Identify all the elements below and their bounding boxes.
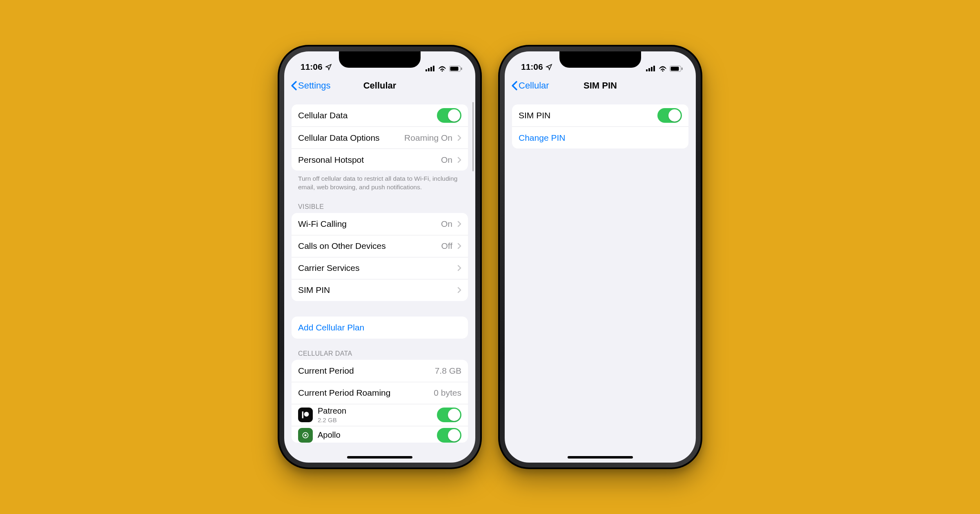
screen: 11:06 Cellular SIM PIN SIM PIN	[505, 51, 696, 463]
svg-rect-1	[428, 68, 430, 71]
row-calls-other-devices[interactable]: Calls on Other Devices Off	[292, 235, 468, 257]
svg-rect-7	[302, 412, 303, 419]
row-current-period: Current Period 7.8 GB	[292, 360, 468, 382]
back-button[interactable]: Cellular	[511, 80, 549, 91]
row-wifi-calling[interactable]: Wi-Fi Calling On	[292, 213, 468, 235]
row-label: Personal Hotspot	[298, 155, 436, 165]
svg-rect-11	[646, 69, 648, 71]
toggle-cellular-data[interactable]	[437, 108, 461, 123]
svg-point-8	[304, 412, 309, 417]
row-app-patreon[interactable]: Patreon 2.2 GB	[292, 404, 468, 426]
chevron-left-icon	[291, 81, 297, 91]
row-detail: On	[441, 155, 452, 165]
svg-point-10	[305, 434, 307, 436]
row-label: Current Period	[298, 366, 430, 376]
wifi-icon	[658, 65, 667, 72]
status-time: 11:06	[521, 62, 543, 72]
home-indicator[interactable]	[347, 456, 412, 459]
notch	[559, 51, 641, 68]
svg-rect-5	[450, 66, 459, 71]
row-cellular-data[interactable]: Cellular Data	[292, 104, 468, 126]
row-label: Wi-Fi Calling	[298, 219, 436, 229]
row-label: Calls on Other Devices	[298, 241, 436, 251]
status-time: 11:06	[301, 62, 323, 72]
toggle-app-apollo[interactable]	[437, 428, 461, 443]
row-carrier-services[interactable]: Carrier Services	[292, 257, 468, 279]
row-sim-pin-toggle[interactable]: SIM PIN	[512, 104, 688, 126]
wifi-icon	[438, 65, 447, 72]
row-sim-pin[interactable]: SIM PIN	[292, 279, 468, 301]
row-label: Add Cellular Plan	[298, 323, 461, 332]
back-label: Settings	[298, 80, 331, 91]
row-label: Carrier Services	[298, 263, 452, 273]
chevron-left-icon	[511, 81, 518, 91]
row-personal-hotspot[interactable]: Personal Hotspot On	[292, 148, 468, 171]
group-visible: Wi-Fi Calling On Calls on Other Devices …	[292, 213, 468, 301]
row-label: Current Period Roaming	[298, 388, 429, 398]
row-add-cellular-plan[interactable]: Add Cellular Plan	[292, 317, 468, 339]
group-add-plan: Add Cellular Plan	[292, 317, 468, 339]
row-sublabel: 2.2 GB	[318, 417, 432, 423]
row-label: Apollo	[318, 430, 432, 440]
row-detail: On	[441, 219, 452, 229]
svg-rect-13	[651, 67, 653, 71]
chevron-right-icon	[457, 243, 461, 249]
toggle-sim-pin[interactable]	[657, 108, 682, 123]
content: SIM PIN Change PIN	[505, 97, 696, 463]
svg-rect-14	[653, 66, 655, 71]
notch	[339, 51, 421, 68]
scrollbar[interactable]	[472, 102, 474, 171]
row-label: Cellular Data	[298, 111, 432, 120]
location-icon	[325, 64, 332, 71]
svg-rect-12	[648, 68, 650, 71]
svg-rect-2	[430, 67, 432, 71]
group-data-usage: Current Period 7.8 GB Current Period Roa…	[292, 360, 468, 443]
back-label: Cellular	[519, 80, 549, 91]
nav-bar: Cellular SIM PIN	[505, 74, 696, 97]
row-label: SIM PIN	[519, 111, 653, 120]
row-label: Patreon	[318, 406, 432, 416]
row-label: Cellular Data Options	[298, 133, 399, 143]
svg-rect-6	[461, 67, 462, 70]
row-change-pin[interactable]: Change PIN	[512, 126, 688, 148]
section-header-cellular-data: CELLULAR DATA	[292, 339, 468, 360]
phone-right: 11:06 Cellular SIM PIN SIM PIN	[498, 45, 702, 469]
row-detail: 0 bytes	[434, 388, 461, 398]
group-cellular-main: Cellular Data Cellular Data Options Roam…	[292, 104, 468, 171]
row-current-period-roaming: Current Period Roaming 0 bytes	[292, 382, 468, 404]
battery-icon	[670, 66, 683, 72]
nav-bar: Settings Cellular	[284, 74, 475, 97]
toggle-app-patreon[interactable]	[437, 408, 461, 422]
svg-rect-0	[425, 69, 427, 71]
location-icon	[546, 64, 552, 71]
app-icon-apollo	[298, 428, 313, 443]
home-indicator[interactable]	[568, 456, 633, 459]
row-detail: Off	[441, 241, 452, 251]
section-header-visible: VISIBLE	[292, 192, 468, 213]
row-app-apollo[interactable]: Apollo	[292, 426, 468, 443]
row-label: Change PIN	[519, 133, 682, 143]
row-cellular-data-options[interactable]: Cellular Data Options Roaming On	[292, 126, 468, 148]
svg-rect-16	[671, 66, 679, 71]
cellular-signal-icon	[646, 66, 656, 71]
chevron-right-icon	[457, 221, 461, 227]
chevron-right-icon	[457, 265, 461, 271]
group-sim-pin: SIM PIN Change PIN	[512, 104, 688, 148]
chevron-right-icon	[457, 135, 461, 141]
back-button[interactable]: Settings	[291, 80, 331, 91]
row-detail: Roaming On	[404, 133, 452, 143]
content: Cellular Data Cellular Data Options Roam…	[284, 97, 475, 463]
chevron-right-icon	[457, 157, 461, 163]
cellular-signal-icon	[425, 66, 435, 71]
row-detail: 7.8 GB	[435, 366, 461, 376]
svg-rect-3	[433, 66, 434, 71]
phone-left: 11:06 Settings Cellular Cellular Data	[278, 45, 482, 469]
group-footer: Turn off cellular data to restrict all d…	[292, 171, 468, 192]
screen: 11:06 Settings Cellular Cellular Data	[284, 51, 475, 463]
svg-rect-17	[682, 67, 683, 70]
row-label: SIM PIN	[298, 285, 452, 295]
app-icon-patreon	[298, 408, 313, 422]
chevron-right-icon	[457, 287, 461, 293]
battery-icon	[449, 66, 462, 72]
